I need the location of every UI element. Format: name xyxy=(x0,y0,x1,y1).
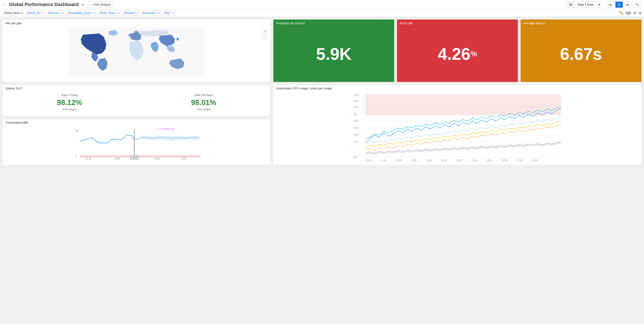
saved-views-label: Saved Views xyxy=(4,12,20,15)
svg-text:11:20: 11:20 xyxy=(366,159,371,162)
store-id-filter[interactable]: $Store_ID * ▾ xyxy=(26,10,46,16)
svg-text:12:30: 12:30 xyxy=(154,157,160,160)
page-title: Global Performance Dashboard xyxy=(9,2,79,7)
availability-zone-filter[interactable]: $Availability_Zone * ▾ xyxy=(66,10,96,16)
pause-button[interactable]: ⏸ xyxy=(615,2,623,8)
svg-text:0.8G: 0.8G xyxy=(354,120,359,122)
forecast-panel: Forecasted traffic 20 0 Forecast (1h) xyxy=(2,119,271,165)
geo-map: + − xyxy=(2,26,270,77)
geo-panel-title: Hits per geo xyxy=(2,20,270,26)
world-map-svg xyxy=(4,28,269,76)
k8s-chart: 1.6G 1.4G 1.2G 1G 0.8G 0.6G 0.4G 0.2G 0G xyxy=(273,91,642,165)
svg-text:11:35: 11:35 xyxy=(411,159,417,162)
svg-text:0.6G: 0.6G xyxy=(354,126,359,129)
search-button[interactable]: 🔍 xyxy=(633,2,641,8)
uptime-7days-target: 91% target xyxy=(7,108,132,111)
vartest-filter[interactable]: $vartest * ▾ xyxy=(122,10,140,16)
forecast-chart: 20 0 Forecast (1h) xyxy=(2,125,270,161)
shp-arrow: ▾ xyxy=(118,12,119,14)
pencil-icon[interactable]: ✏️ xyxy=(619,11,624,15)
monitor-icon[interactable]: 🖥 xyxy=(633,11,636,15)
chevron-down-icon[interactable]: ▾ xyxy=(82,3,84,6)
svg-text:Forecast (1h): Forecast (1h) xyxy=(161,128,174,130)
shp-value: * xyxy=(116,12,117,15)
edit-widgets-button[interactable]: + Edit Widgets xyxy=(88,2,114,8)
row2: Uptime SLO Past 7 Days 98.12% 91% target… xyxy=(2,84,642,165)
store-id-arrow: ▾ xyxy=(42,12,44,14)
left-column: Uptime SLO Past 7 Days 98.12% 91% target… xyxy=(2,84,271,165)
star-icon[interactable]: ☆ xyxy=(3,2,6,7)
settings-icon[interactable]: ⚙ xyxy=(638,11,642,15)
latency-panel: Average latency 6.67s xyxy=(520,19,642,82)
keyboard-icon[interactable]: ⌨ xyxy=(626,11,631,15)
shp-team-filter[interactable]: $SHP_Team * ▾ xyxy=(98,10,121,16)
map-zoom-controls: + − xyxy=(263,29,268,39)
uptime-30days: Past 30 Days 98.01% 93% target xyxy=(141,93,266,111)
time-selector[interactable]: 1h Past 1 Hour ▾ xyxy=(566,2,602,8)
az-label: $Availability_Zone xyxy=(68,12,90,15)
svg-text:1G: 1G xyxy=(354,113,357,116)
main-content: Hits per geo xyxy=(0,17,644,168)
svg-text:NOW: NOW xyxy=(132,156,138,159)
svg-text:11:45: 11:45 xyxy=(441,159,447,162)
svg-text:11:40: 11:40 xyxy=(426,159,432,162)
latency-title: Average latency xyxy=(520,20,642,26)
svg-text:12:05: 12:05 xyxy=(502,159,508,162)
filter-bar: Saved Views ▾ $Store_ID * ▾ $Service * ▾… xyxy=(0,9,644,17)
uptime-30days-period: Past 30 Days xyxy=(141,93,266,97)
uptime-content: Past 7 Days 98.12% 91% target Past 30 Da… xyxy=(2,91,270,113)
svg-text:12:15: 12:15 xyxy=(532,159,538,162)
requests-value: 5.9K xyxy=(316,46,352,62)
uptime-7days-value: 98.12% xyxy=(7,98,132,107)
filter-icons: ✏️ ⌨ 🖥 ⚙ xyxy=(619,11,642,15)
time-period-button[interactable]: 1h xyxy=(567,2,575,8)
zoom-in-button[interactable]: + xyxy=(263,29,268,34)
az-arrow: ▾ xyxy=(94,12,95,14)
svg-text:20: 20 xyxy=(76,130,78,132)
k8s-chart-svg: 1.6G 1.4G 1.2G 1G 0.8G 0.6G 0.4G 0.2G 0G xyxy=(275,92,640,164)
next-button[interactable]: ⏭ xyxy=(624,2,632,8)
shp-label: $SHP_Team xyxy=(100,12,115,15)
uptime-7days: Past 7 Days 98.12% 91% target xyxy=(7,93,132,111)
svg-text:12:10: 12:10 xyxy=(517,159,523,162)
store-id-label: $Store_ID xyxy=(27,12,40,15)
playback-controls: ⏮ ⏸ ⏭ 🔍 xyxy=(606,2,641,8)
requests-panel: Requests per second 5.9K xyxy=(273,19,394,82)
k8s-panel: Kubernetes CPU usage / limits per image … xyxy=(273,84,642,165)
time-dropdown-icon[interactable]: ▾ xyxy=(596,2,602,8)
svg-rect-8 xyxy=(80,156,201,157)
svg-text:11:30: 11:30 xyxy=(86,157,91,160)
latency-value: 6.67s xyxy=(560,46,602,62)
error-rate-value: 4.26 xyxy=(438,46,470,62)
svg-text:0.2G: 0.2G xyxy=(354,140,359,143)
prev-button[interactable]: ⏮ xyxy=(606,2,614,8)
customer-filter[interactable]: $customer * ▾ xyxy=(141,10,161,16)
row1: Hits per geo xyxy=(2,19,642,82)
service-filter[interactable]: $Service * ▾ xyxy=(47,10,65,16)
time-range-button[interactable]: Past 1 Hour xyxy=(575,2,596,8)
uptime-panel: Uptime SLO Past 7 Days 98.12% 91% target… xyxy=(2,84,271,116)
svg-text:0: 0 xyxy=(76,154,77,157)
svg-text:11:55: 11:55 xyxy=(472,159,477,162)
uptime-7days-period: Past 7 Days xyxy=(7,93,132,97)
geo-panel: Hits per geo xyxy=(2,19,271,82)
error-rate-unit: % xyxy=(470,50,477,58)
var-arrow: ▾ xyxy=(173,12,174,14)
var-filter[interactable]: $var * ▾ xyxy=(163,10,176,16)
uptime-30days-target: 93% target xyxy=(141,108,266,111)
svg-text:12:00: 12:00 xyxy=(486,159,492,162)
requests-title: Requests per second xyxy=(273,20,394,26)
zoom-out-button[interactable]: − xyxy=(263,34,268,39)
var-value: * xyxy=(171,12,172,15)
var-label: $var xyxy=(164,12,170,15)
svg-text:1.4G: 1.4G xyxy=(354,100,359,102)
svg-rect-16 xyxy=(366,94,561,115)
uptime-title: Uptime SLO xyxy=(2,85,270,91)
saved-views-dropdown[interactable]: Saved Views ▾ xyxy=(2,10,24,16)
customer-label: $customer xyxy=(142,12,156,15)
svg-text:13:00: 13:00 xyxy=(181,157,187,160)
service-arrow: ▾ xyxy=(62,12,63,14)
service-label: $Service xyxy=(48,12,59,15)
forecast-chart-svg: 20 0 Forecast (1h) xyxy=(4,126,269,160)
svg-text:1.2G: 1.2G xyxy=(354,106,359,108)
